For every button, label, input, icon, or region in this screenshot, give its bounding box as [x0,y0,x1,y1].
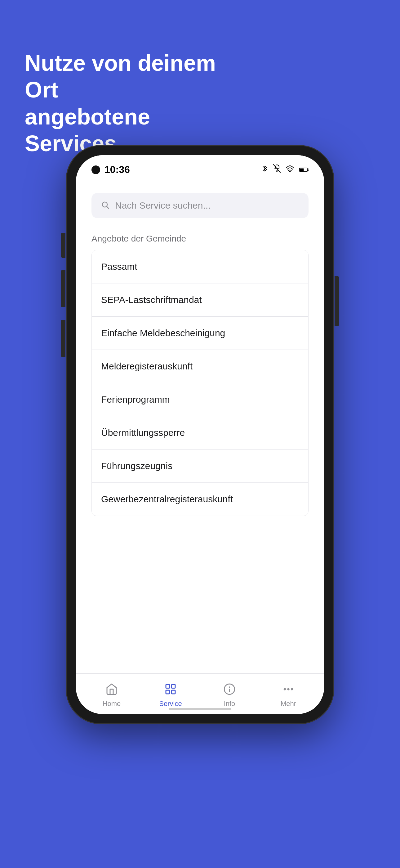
svg-point-1 [290,172,291,172]
nav-label-service: Service [159,700,182,708]
home-icon [105,683,118,697]
service-item-sepa[interactable]: SEPA-Lastschriftmandat [92,283,308,317]
phone-button-power [335,276,339,326]
svg-rect-9 [171,685,175,688]
mehr-icon [282,683,295,697]
status-bar: 10:36 [76,155,324,180]
info-icon [223,683,236,697]
nav-item-home[interactable]: Home [82,680,141,711]
nav-item-info[interactable]: Info [200,680,259,711]
svg-rect-8 [166,685,170,688]
svg-point-17 [292,688,293,690]
service-item-passamt[interactable]: Passamt [92,250,308,283]
bell-off-icon [273,164,280,175]
home-indicator [169,708,231,710]
service-item-ferienprogramm[interactable]: Ferienprogramm [92,383,308,416]
page-background: Nutze von deinem Ort angebotene Services… [0,0,400,868]
nav-item-service[interactable]: Service [141,680,200,711]
camera-dot [92,165,100,174]
service-item-fuehrungszeugnis[interactable]: Führungszeugnis [92,450,308,483]
svg-rect-11 [171,690,175,694]
battery-icon [299,165,308,175]
phone-shell: 10:36 [67,146,333,723]
search-bar[interactable]: Nach Service suchen... [92,193,308,218]
service-item-meldebescheinigung[interactable]: Einfache Meldebescheinigung [92,317,308,350]
page-headline: Nutze von deinem Ort angebotene Services [25,50,242,157]
app-content: Nach Service suchen... Angebote der Geme… [76,180,324,516]
bluetooth-icon [261,164,268,175]
nav-label-mehr: Mehr [280,700,296,708]
svg-rect-5 [300,168,304,172]
service-item-gewerbezentral[interactable]: Gewerbezentralregisterauskunft [92,483,308,516]
headline-line1: Nutze von deinem Ort [25,51,216,102]
nav-label-info: Info [224,700,235,708]
svg-rect-10 [166,690,170,694]
service-item-uebermittlungssperre[interactable]: Übermittlungssperre [92,416,308,450]
search-icon [101,200,109,211]
status-time-wrapper: 10:36 [92,164,130,176]
svg-line-7 [107,207,108,208]
svg-point-15 [284,688,285,690]
service-item-melderegister[interactable]: Melderegisterauskunft [92,350,308,383]
search-placeholder: Nach Service suchen... [115,200,210,211]
status-time: 10:36 [104,164,130,176]
service-list: Passamt SEPA-Lastschriftmandat Einfache … [92,250,308,516]
status-icons [261,164,308,175]
service-icon [164,683,177,697]
phone-screen: 10:36 [76,155,324,714]
svg-point-16 [288,688,289,690]
phone-mockup: 10:36 [67,146,333,723]
phone-button-vol-down [61,320,65,357]
phone-button-mute [61,233,65,258]
phone-button-vol-up [61,270,65,307]
nav-item-mehr[interactable]: Mehr [259,680,318,711]
wifi-icon [286,165,294,175]
section-label: Angebote der Gemeinde [92,234,308,244]
nav-label-home: Home [103,700,121,708]
